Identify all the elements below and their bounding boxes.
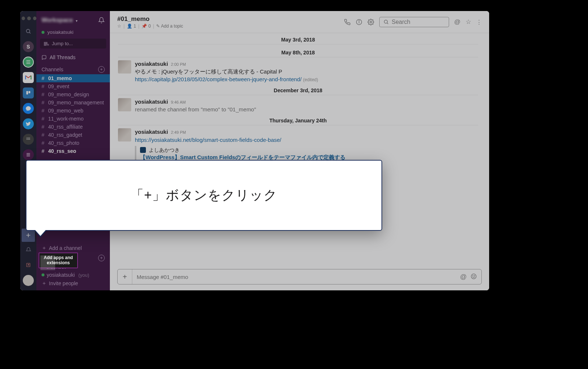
hash-icon: # [42, 92, 46, 97]
composer-input[interactable] [132, 274, 460, 280]
message-time: 2:00 PM [171, 62, 186, 67]
rail-open-window-icon[interactable] [23, 259, 34, 271]
apps-icon[interactable] [23, 134, 34, 145]
message-list[interactable]: May 3rd, 2018 May 8th, 2018 yosiakatsuki… [110, 33, 489, 266]
channel-item[interactable]: #01_memo [36, 74, 110, 82]
mention-icon[interactable]: @ [460, 273, 467, 281]
svg-point-18 [370, 21, 372, 23]
hash-icon: # [42, 132, 46, 138]
channel-name: 11_work-memo [48, 116, 83, 122]
avatar[interactable] [118, 128, 131, 141]
channel-item[interactable]: #09_memo_web [36, 107, 110, 115]
channel-title[interactable]: #01_memo [117, 15, 183, 23]
message-user[interactable]: yosiakatsuki [135, 128, 168, 136]
more-icon[interactable]: ⋮ [476, 19, 482, 25]
bell-icon[interactable] [98, 17, 105, 24]
chevron-down-icon: ▾ [76, 19, 78, 23]
hash-icon: # [42, 116, 46, 122]
message-system: yosiakatsuki 9:46 AM renamed the channel… [118, 98, 478, 114]
search-icon[interactable] [23, 26, 34, 37]
invite-people[interactable]: ＋ Invite people [36, 279, 110, 290]
add-icon[interactable]: + [98, 66, 105, 73]
message-link[interactable]: https://yosiakatsuki.net/blog/smart-cust… [135, 137, 282, 143]
you-tag: (you) [78, 272, 89, 278]
message: yosiakatsuki 2:00 PM やるメモ : jQueryをフッターに… [118, 60, 478, 83]
channel-item[interactable]: #09_memo_management [36, 98, 110, 107]
rail-app-active[interactable] [23, 57, 34, 68]
svg-point-19 [384, 20, 387, 24]
svg-point-8 [28, 139, 29, 140]
all-threads[interactable]: All Threads [36, 52, 110, 62]
gmail-icon[interactable] [23, 72, 34, 83]
message-user[interactable]: yosiakatsuki [135, 98, 168, 105]
svg-point-23 [473, 275, 473, 276]
app-window: S [20, 11, 489, 290]
channel-item[interactable]: #40_rss_affiliate [36, 123, 110, 131]
twitter-icon[interactable] [23, 118, 34, 129]
channel-meta: ☆| 👤 1| 📌 0| ✎ Add a topic [117, 24, 183, 29]
mention-icon[interactable]: @ [454, 18, 460, 26]
rail-app-slack-alt[interactable]: S [23, 41, 34, 52]
pins-icon[interactable]: 📌 0 [141, 24, 151, 29]
star-icon[interactable]: ☆ [117, 24, 121, 29]
svg-rect-2 [26, 91, 28, 94]
channels-header[interactable]: Channels + [36, 62, 110, 74]
site-favicon-icon [140, 147, 146, 153]
channel-item[interactable]: #09_event [36, 82, 110, 90]
date-separator: Thursday, January 24th [118, 115, 478, 125]
svg-point-17 [359, 20, 359, 21]
message-user[interactable]: yosiakatsuki [135, 60, 168, 68]
channel-name: 40_rss_seo [48, 148, 76, 154]
jump-to-label: Jump to... [52, 41, 73, 46]
edit-topic[interactable]: ✎ Add a topic [156, 24, 183, 29]
star-icon[interactable]: ☆ [466, 18, 471, 26]
search-input[interactable]: Search [379, 17, 449, 27]
instruction-callout: 「+」ボタンをクリック [26, 160, 382, 231]
svg-point-24 [474, 275, 475, 276]
dm-item[interactable]: yosiakatsuki(you) [36, 271, 110, 279]
channel-item[interactable]: #09_memo_design [36, 90, 110, 98]
emoji-icon[interactable] [470, 273, 477, 281]
message-time: 9:46 AM [171, 100, 186, 105]
invite-label: Invite people [49, 280, 78, 286]
message-link[interactable]: https://capitalp.jp/2018/05/02/complex-b… [135, 76, 302, 82]
add-icon[interactable]: + [98, 255, 105, 261]
callout-text: 「+」ボタンをクリック [130, 186, 277, 204]
composer-plus-button[interactable]: + [118, 269, 132, 284]
svg-rect-11 [44, 42, 47, 43]
channel-item[interactable]: #40_rss_photo [36, 139, 110, 147]
svg-point-0 [26, 29, 30, 33]
search-placeholder: Search [392, 19, 410, 25]
hash-icon: # [42, 100, 46, 105]
workspace-user-row[interactable]: yosiakatsuki [36, 29, 110, 37]
gear-icon[interactable] [368, 19, 374, 25]
dm-name: yosiakatsuki [47, 272, 75, 278]
hash-icon: # [42, 148, 46, 154]
rail-user-avatar[interactable] [23, 275, 34, 286]
avatar[interactable] [118, 60, 131, 74]
channel-item[interactable]: #40_rss_gadget [36, 131, 110, 139]
channel-name: 09_memo_web [48, 108, 83, 114]
jump-to-input[interactable]: Jump to... [40, 39, 106, 49]
channel-item[interactable]: #11_work-memo [36, 115, 110, 123]
call-icon[interactable] [344, 19, 351, 25]
edited-tag: (edited) [303, 77, 318, 82]
message-text: renamed the channel from "memo" to "01_m… [135, 106, 256, 113]
svg-line-20 [387, 23, 388, 24]
workspace-header[interactable]: Workspace ▾ [36, 11, 110, 29]
messenger-icon[interactable] [23, 103, 34, 114]
channel-name: 09_memo_management [48, 100, 104, 105]
unfurl-title[interactable]: 【WordPress】Smart Custom Fieldsのフィールドをテーマ… [140, 154, 345, 160]
message-composer[interactable]: + @ [117, 269, 482, 284]
rail-notifications-muted-icon[interactable] [23, 244, 34, 255]
slack-icon[interactable] [23, 149, 34, 160]
apps-tooltip: Add apps and extensions [39, 252, 78, 268]
channel-item[interactable]: #40_rss_seo [36, 147, 110, 155]
info-icon[interactable] [356, 19, 362, 25]
avatar[interactable] [118, 98, 131, 111]
add-channel[interactable]: ＋ Add a channel [36, 244, 110, 252]
members-icon[interactable]: 👤 1 [127, 24, 136, 29]
channel-name: 01_memo [48, 75, 72, 81]
channels-label: Channels [42, 67, 63, 72]
trello-icon[interactable] [23, 87, 34, 98]
